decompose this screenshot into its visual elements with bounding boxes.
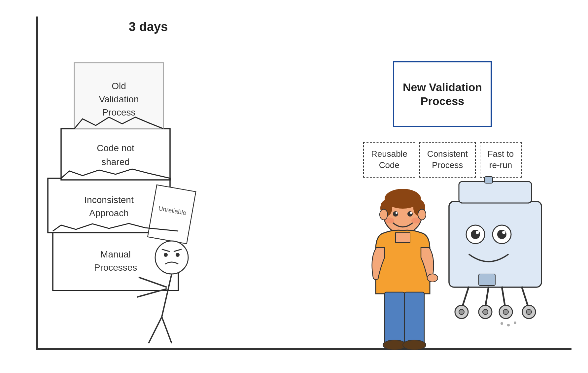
svg-line-24 [162, 317, 172, 343]
svg-point-66 [507, 324, 510, 326]
svg-point-35 [380, 209, 388, 220]
svg-point-29 [393, 211, 398, 217]
svg-rect-8 [61, 129, 170, 180]
robot-svg [436, 182, 561, 350]
svg-line-56 [522, 287, 528, 307]
svg-line-21 [139, 277, 167, 287]
svg-point-62 [483, 309, 488, 315]
svg-point-42 [403, 340, 426, 350]
svg-point-64 [526, 309, 532, 315]
svg-point-36 [418, 209, 426, 220]
svg-rect-39 [385, 292, 404, 345]
svg-rect-37 [396, 233, 410, 243]
left-time-label: 3 days [129, 20, 168, 34]
svg-text:Validation: Validation [99, 94, 139, 104]
svg-point-31 [396, 212, 398, 214]
svg-point-15 [155, 241, 188, 274]
svg-point-67 [514, 322, 516, 324]
svg-line-20 [162, 274, 172, 317]
svg-point-16 [164, 253, 168, 257]
new-validation-label: New Validation Process [394, 80, 491, 108]
svg-point-63 [503, 309, 508, 315]
svg-line-53 [462, 287, 469, 307]
svg-point-65 [501, 322, 503, 325]
svg-point-30 [407, 211, 413, 217]
new-validation-box: New Validation Process [393, 61, 492, 127]
svg-line-55 [502, 287, 505, 307]
svg-text:shared: shared [101, 157, 130, 167]
dashed-box-consistent: ConsistentProcess [419, 142, 476, 178]
svg-text:Code not: Code not [97, 143, 134, 153]
svg-text:Approach: Approach [89, 208, 129, 218]
svg-text:Inconsistent: Inconsistent [84, 195, 134, 205]
svg-text:Process: Process [102, 107, 135, 118]
svg-point-32 [410, 212, 412, 214]
svg-rect-40 [404, 292, 424, 345]
svg-point-47 [497, 230, 506, 239]
svg-line-54 [485, 287, 489, 307]
svg-line-23 [149, 317, 162, 343]
dashed-boxes-row: ReusableCode ConsistentProcess Fast tore… [363, 142, 522, 178]
svg-point-48 [476, 231, 479, 234]
svg-rect-50 [479, 274, 495, 286]
svg-point-61 [459, 309, 464, 315]
svg-text:Old: Old [112, 81, 126, 91]
svg-point-46 [471, 230, 480, 239]
svg-rect-51 [459, 182, 532, 203]
svg-rect-52 [485, 177, 493, 183]
svg-point-17 [176, 253, 180, 257]
svg-line-22 [137, 289, 167, 297]
svg-text:Manual: Manual [100, 249, 131, 259]
dashed-box-reusable: ReusableCode [363, 142, 415, 178]
main-container: Time Taken to Validate the Data 3 days M… [0, 0, 588, 373]
happy-person-svg [366, 191, 439, 350]
dashed-box-fast: Fast tore-run [480, 142, 522, 178]
svg-point-49 [502, 231, 505, 234]
stick-figure-svg [129, 231, 215, 353]
